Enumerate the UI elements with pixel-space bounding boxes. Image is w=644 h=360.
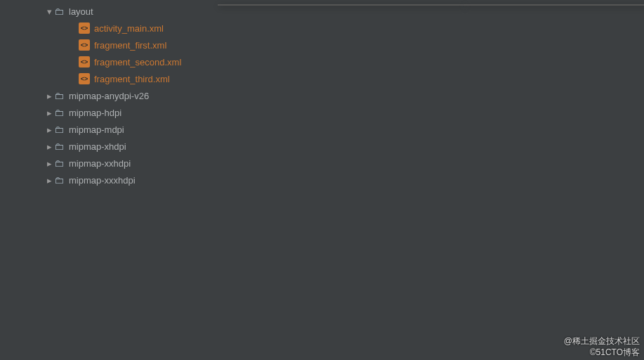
folder-icon (53, 124, 65, 135)
tree-item[interactable]: <>fragment_third.xml (0, 70, 218, 87)
chevron-icon: ▸ (45, 91, 53, 101)
tree-item-label: mipmap-hdpi (69, 108, 121, 118)
tree-item-label: mipmap-xhdpi (69, 141, 126, 152)
chevron-icon: ▸ (45, 141, 53, 152)
folder-icon (53, 107, 65, 118)
tree-item-label: mipmap-xxhdpi (69, 158, 131, 169)
tree-item-label: fragment_second.xml (94, 57, 181, 68)
tree-item[interactable]: <>fragment_first.xml (0, 37, 218, 53)
xml-icon: <> (79, 56, 90, 68)
folder-icon (53, 174, 65, 186)
chevron-icon: ▸ (45, 124, 53, 135)
folder-icon (53, 158, 65, 169)
tree-item[interactable]: ▸mipmap-anydpi-v26 (0, 87, 218, 104)
tree-item-label: mipmap-mdpi (69, 124, 124, 135)
tree-item[interactable]: ▾layout (0, 3, 218, 20)
tree-item[interactable]: ▸mipmap-hdpi (0, 104, 218, 121)
tree-item-label: fragment_third.xml (94, 74, 170, 84)
xml-icon: <> (79, 39, 90, 51)
tree-item[interactable]: ▸mipmap-xhdpi (0, 138, 218, 155)
folder-icon (53, 141, 65, 152)
tree-item-label: fragment_first.xml (94, 40, 166, 51)
tree-item-label: activity_main.xml (94, 23, 164, 34)
tree-item[interactable]: ▸mipmap-mdpi (0, 121, 218, 138)
chevron-icon: ▸ (45, 175, 53, 186)
context-menu[interactable] (218, 4, 464, 6)
folder-icon (53, 90, 65, 101)
chevron-icon: ▸ (45, 158, 53, 169)
folder-icon (53, 6, 65, 17)
tree-item-label: mipmap-xxxhdpi (69, 175, 136, 186)
tree-item[interactable]: ▸mipmap-xxxhdpi (0, 172, 218, 188)
chevron-icon: ▸ (45, 108, 53, 118)
project-tree[interactable]: ▾layout<>activity_main.xml<>fragment_fir… (0, 0, 218, 360)
watermark: ©51CTO博客 (590, 347, 640, 359)
tree-item-label: mipmap-anydpi-v26 (69, 91, 149, 101)
new-submenu[interactable] (464, 4, 644, 6)
chevron-icon: ▾ (45, 6, 53, 17)
tree-item[interactable]: <>activity_main.xml (0, 20, 218, 37)
xml-icon: <> (79, 22, 90, 34)
tree-item-label: layout (69, 6, 93, 17)
watermark: @稀土掘金技术社区 (564, 335, 640, 347)
xml-icon: <> (79, 73, 90, 84)
tree-item[interactable]: <>fragment_second.xml (0, 53, 218, 70)
tree-item[interactable]: ▸mipmap-xxhdpi (0, 155, 218, 172)
